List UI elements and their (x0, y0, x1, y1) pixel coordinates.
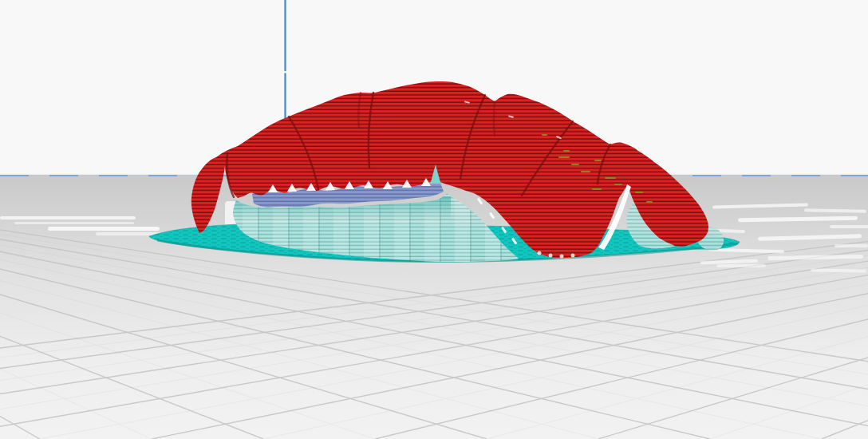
slicer-3d-viewport[interactable] (0, 0, 868, 439)
